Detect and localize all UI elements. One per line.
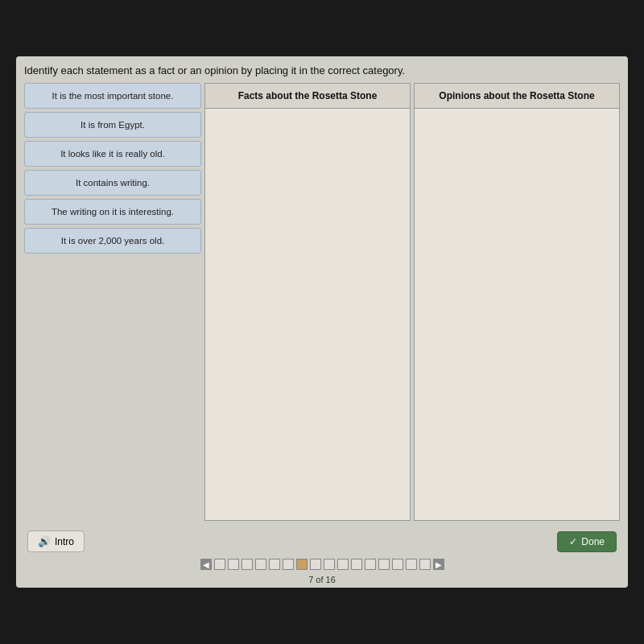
facts-column-header: Facts about the Rosetta Stone: [205, 84, 410, 109]
page-box-7[interactable]: [296, 559, 308, 570]
page-box-5[interactable]: [269, 559, 280, 570]
page-box-8[interactable]: [310, 559, 321, 570]
page-box-12[interactable]: [365, 559, 376, 570]
statement-card-3[interactable]: It looks like it is really old.: [24, 141, 201, 167]
statement-card-6[interactable]: It is over 2,000 years old.: [24, 228, 201, 254]
instruction-text: Identify each statement as a fact or an …: [24, 64, 620, 76]
page-box-10[interactable]: [337, 559, 349, 570]
prev-page-arrow[interactable]: ◀: [200, 559, 212, 570]
page-box-13[interactable]: [378, 559, 390, 570]
opinions-drop-area[interactable]: [415, 109, 619, 520]
intro-button-label: Intro: [55, 536, 74, 547]
page-box-6[interactable]: [283, 559, 294, 570]
done-button[interactable]: ✓ Done: [557, 531, 617, 552]
bottom-bar: 🔊 Intro ✓ Done: [24, 524, 620, 559]
page-box-9[interactable]: [324, 559, 335, 570]
next-page-arrow[interactable]: ▶: [433, 559, 444, 570]
page-box-1[interactable]: [214, 559, 225, 570]
page-box-11[interactable]: [351, 559, 362, 570]
statement-card-2[interactable]: It is from Egypt.: [24, 112, 201, 138]
main-area: It is the most important stone.It is fro…: [24, 83, 620, 521]
facts-column[interactable]: Facts about the Rosetta Stone: [204, 83, 411, 521]
page-box-16[interactable]: [419, 559, 431, 570]
main-screen: Identify each statement as a fact or an …: [16, 56, 628, 588]
statement-card-5[interactable]: The writing on it is interesting.: [24, 199, 201, 225]
statements-column: It is the most important stone.It is fro…: [24, 83, 201, 521]
statement-card-1[interactable]: It is the most important stone.: [24, 83, 201, 109]
opinions-column[interactable]: Opinions about the Rosetta Stone: [414, 83, 620, 521]
intro-button[interactable]: 🔊 Intro: [27, 530, 85, 552]
page-box-3[interactable]: [242, 559, 253, 570]
check-icon: ✓: [569, 536, 577, 547]
page-box-2[interactable]: [228, 559, 239, 570]
pagination-bar: ◀ ▶: [24, 559, 620, 575]
facts-drop-area[interactable]: [205, 109, 410, 520]
page-count: 7 of 16: [24, 575, 620, 588]
done-button-label: Done: [581, 536, 605, 547]
statement-card-4[interactable]: It contains writing.: [24, 170, 201, 196]
page-box-4[interactable]: [255, 559, 266, 570]
page-box-15[interactable]: [406, 559, 417, 570]
page-box-14[interactable]: [392, 559, 403, 570]
opinions-column-header: Opinions about the Rosetta Stone: [415, 84, 619, 109]
speaker-icon: 🔊: [38, 535, 51, 547]
